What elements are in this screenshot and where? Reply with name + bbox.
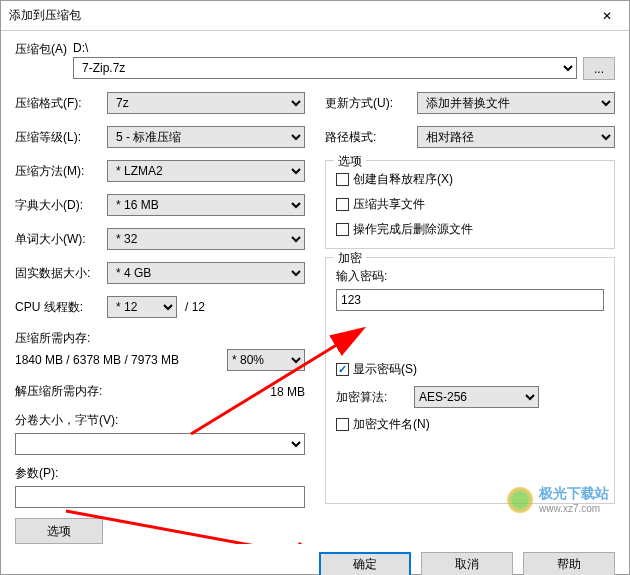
shared-label: 压缩共享文件 xyxy=(353,196,425,213)
archive-path: D:\ xyxy=(73,41,615,55)
pathmode-select[interactable]: 相对路径 xyxy=(417,126,615,148)
solid-label: 固实数据大小: xyxy=(15,265,107,282)
show-password-checkbox[interactable] xyxy=(336,363,349,376)
cpu-select[interactable]: * 12 xyxy=(107,296,177,318)
sfx-label: 创建自释放程序(X) xyxy=(353,171,453,188)
watermark-cn: 极光下载站 xyxy=(539,485,609,503)
encrypt-group: 加密 输入密码: 显示密码(S) 加密算法: AES-256 加密文件名(N) xyxy=(325,257,615,504)
shared-checkbox[interactable] xyxy=(336,198,349,211)
button-bar: 确定 取消 帮助 xyxy=(1,544,629,575)
params-input[interactable] xyxy=(15,486,305,508)
left-column: 压缩格式(F): 7z 压缩等级(L): 5 - 标准压缩 压缩方法(M): *… xyxy=(15,92,305,544)
word-select[interactable]: * 32 xyxy=(107,228,305,250)
memdecomp-value: 18 MB xyxy=(270,385,305,399)
options-group-label: 选项 xyxy=(334,153,366,170)
encnames-label: 加密文件名(N) xyxy=(353,416,430,433)
algo-label: 加密算法: xyxy=(336,389,408,406)
close-button[interactable]: ✕ xyxy=(584,1,629,31)
solid-select[interactable]: * 4 GB xyxy=(107,262,305,284)
memdecomp-label: 解压缩所需内存: xyxy=(15,383,102,400)
sfx-checkbox[interactable] xyxy=(336,173,349,186)
volume-label: 分卷大小，字节(V): xyxy=(15,412,305,429)
memcomp-label: 压缩所需内存: xyxy=(15,330,305,347)
update-select[interactable]: 添加并替换文件 xyxy=(417,92,615,114)
show-password-label: 显示密码(S) xyxy=(353,361,417,378)
archive-file-select[interactable]: 7-Zip.7z xyxy=(73,57,577,79)
watermark-url: www.xz7.com xyxy=(539,503,609,514)
params-label: 参数(P): xyxy=(15,465,305,482)
window-title: 添加到压缩包 xyxy=(9,7,81,24)
cpu-total: / 12 xyxy=(185,300,205,314)
pwd-label: 输入密码: xyxy=(336,268,604,285)
method-select[interactable]: * LZMA2 xyxy=(107,160,305,182)
right-column: 更新方式(U): 添加并替换文件 路径模式: 相对路径 选项 创建自释放程序(X… xyxy=(325,92,615,544)
browse-button[interactable]: ... xyxy=(583,57,615,80)
ok-button[interactable]: 确定 xyxy=(319,552,411,575)
memcomp-value: 1840 MB / 6378 MB / 7973 MB xyxy=(15,353,179,367)
encrypt-group-label: 加密 xyxy=(334,250,366,267)
archive-label: 压缩包(A) xyxy=(15,41,73,58)
delete-checkbox[interactable] xyxy=(336,223,349,236)
method-label: 压缩方法(M): xyxy=(15,163,107,180)
watermark: 极光下载站 www.xz7.com xyxy=(507,485,609,514)
format-label: 压缩格式(F): xyxy=(15,95,107,112)
delete-label: 操作完成后删除源文件 xyxy=(353,221,473,238)
level-select[interactable]: 5 - 标准压缩 xyxy=(107,126,305,148)
titlebar: 添加到压缩包 ✕ xyxy=(1,1,629,31)
watermark-icon xyxy=(507,487,533,513)
options-group: 选项 创建自释放程序(X) 压缩共享文件 操作完成后删除源文件 xyxy=(325,160,615,249)
pathmode-label: 路径模式: xyxy=(325,129,417,146)
dict-label: 字典大小(D): xyxy=(15,197,107,214)
dialog-content: 压缩包(A) D:\ 7-Zip.7z ... 压缩格式(F): 7z xyxy=(1,31,629,544)
options-button[interactable]: 选项 xyxy=(15,518,103,544)
format-select[interactable]: 7z xyxy=(107,92,305,114)
password-input[interactable] xyxy=(336,289,604,311)
close-icon: ✕ xyxy=(602,9,612,23)
level-label: 压缩等级(L): xyxy=(15,129,107,146)
word-label: 单词大小(W): xyxy=(15,231,107,248)
help-button[interactable]: 帮助 xyxy=(523,552,615,575)
cpu-label: CPU 线程数: xyxy=(15,299,107,316)
volume-select[interactable] xyxy=(15,433,305,455)
dict-select[interactable]: * 16 MB xyxy=(107,194,305,216)
mem-pct-select[interactable]: * 80% xyxy=(227,349,305,371)
update-label: 更新方式(U): xyxy=(325,95,417,112)
algo-select[interactable]: AES-256 xyxy=(414,386,539,408)
cancel-button[interactable]: 取消 xyxy=(421,552,513,575)
encnames-checkbox[interactable] xyxy=(336,418,349,431)
